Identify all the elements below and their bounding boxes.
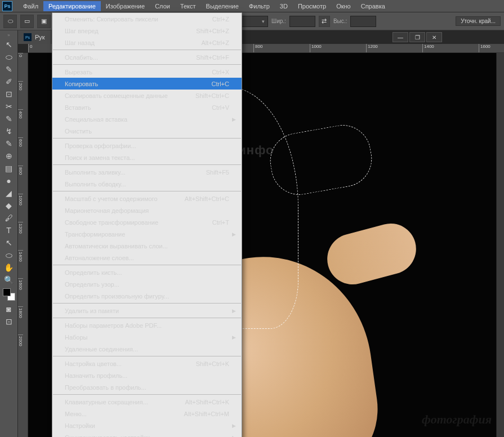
submenu-arrow-icon: ▶	[232, 308, 236, 314]
menu-item-label: Автоналожение слоев...	[65, 255, 134, 261]
selection-add-icon[interactable]: ▣	[37, 15, 51, 28]
menu-item[interactable]: КопироватьCtrl+C	[52, 78, 242, 90]
menu-item[interactable]: ВырезатьCtrl+X	[52, 66, 242, 78]
tool-pen[interactable]: ◆	[1, 199, 17, 212]
menu-item[interactable]: Удаленные соединения...	[52, 343, 242, 355]
tool-shape[interactable]: ↖	[1, 237, 17, 249]
minimize-button[interactable]: —	[393, 32, 408, 42]
foreground-color-swatch[interactable]	[3, 288, 11, 296]
tool-blur[interactable]: ◢	[1, 187, 17, 199]
menu-item-shortcut: Shift+Ctrl+Z	[196, 28, 229, 34]
menu-item[interactable]: ВставитьCtrl+V	[52, 101, 242, 113]
menu-item[interactable]: Назначить профиль...	[52, 369, 242, 381]
menu-item[interactable]: Свободное трансформированиеCtrl+T	[52, 216, 242, 228]
menu-item-label: Выполнить заливку...	[65, 169, 126, 176]
width-input[interactable]	[289, 16, 315, 27]
menu-item-label: Ослабить...	[65, 54, 98, 61]
menu-item[interactable]: Настройка цветов...Shift+Ctrl+K	[52, 358, 242, 369]
menu-separator	[53, 318, 241, 318]
menu-item[interactable]: Очистить	[52, 125, 242, 137]
menu-item[interactable]: Клавиатурные сокращения...Alt+Shift+Ctrl…	[52, 396, 242, 408]
menu-item-label: Свободное трансформирование	[65, 219, 158, 226]
menu-слои[interactable]: Слои	[150, 1, 175, 11]
tool-pencil[interactable]: ✎	[1, 137, 17, 150]
menu-item-label: Масштаб с учетом содержимого	[65, 195, 158, 202]
tool-gradient[interactable]: ▤	[1, 162, 17, 175]
menu-item-label: Преобразовать в профиль...	[65, 384, 146, 391]
menu-item[interactable]: Наборы▶	[52, 331, 242, 343]
menu-редактирование[interactable]: Редактирование	[43, 1, 101, 11]
menu-separator	[53, 303, 241, 304]
menu-item[interactable]: Трансформирование▶	[52, 228, 242, 240]
swap-icon[interactable]: ⇄	[319, 16, 330, 27]
tool-preset-icon[interactable]: ⬭	[3, 15, 17, 28]
height-input[interactable]	[350, 16, 376, 27]
menu-item[interactable]: Шаг назадAlt+Ctrl+Z	[52, 37, 242, 48]
tool-type[interactable]: 🖋	[1, 212, 17, 224]
close-button[interactable]: ✕	[426, 32, 442, 42]
menu-item-label: Меню...	[65, 411, 87, 417]
menu-item-label: Вставить	[65, 104, 91, 111]
menu-справка[interactable]: Справка	[356, 1, 390, 11]
selection-new-icon[interactable]: ▭	[20, 15, 34, 28]
width-label: Шир.:	[271, 18, 286, 24]
menu-item[interactable]: Выполнить заливку...Shift+F5	[52, 166, 242, 178]
quickmask-icon[interactable]: ◙	[1, 303, 17, 315]
toolbox-expand-icon[interactable]: »	[0, 33, 17, 38]
menu-item-label: Наборы параметров Adobe PDF...	[65, 322, 162, 329]
menu-item: Проверка орфографии...	[52, 140, 242, 151]
ruler-vertical[interactable]: 0200400600800100012001400160018002000	[18, 53, 28, 437]
tool-marquee[interactable]: ⬭	[1, 51, 17, 63]
menu-item[interactable]: Специальная вставка▶	[52, 113, 242, 125]
menu-item[interactable]: Отменить: Скопировать пикселиCtrl+Z	[52, 13, 242, 25]
menu-3d[interactable]: 3D	[275, 1, 293, 11]
tool-notes[interactable]: 🔍	[1, 274, 17, 286]
tool-brush[interactable]: ✎	[1, 113, 17, 125]
ruler-tick: 1200	[18, 222, 23, 250]
maximize-button[interactable]: ❐	[409, 32, 425, 42]
tool-dodge[interactable]: ●	[1, 175, 17, 187]
menu-изображение[interactable]: Изображение	[101, 1, 150, 11]
toolbox: » ↖⬭✎✐⊡✂✎↯✎⊕▤●◢◆🖋T↖⬭✋🔍 ◙ ⊡	[0, 30, 18, 437]
submenu-arrow-icon: ▶	[232, 435, 236, 438]
menu-item-label: Трансформирование	[65, 231, 125, 238]
menu-окно[interactable]: Окно	[331, 1, 356, 11]
tool-move[interactable]: ↖	[1, 38, 17, 51]
submenu-arrow-icon: ▶	[232, 335, 236, 340]
tool-zoom[interactable]: ✋	[1, 261, 17, 274]
menu-просмотр[interactable]: Просмотр	[293, 1, 331, 11]
menu-item-shortcut: Shift+F5	[206, 169, 229, 176]
tool-slice[interactable]: ✂	[1, 100, 17, 113]
tool-lasso[interactable]: ✎	[1, 63, 17, 75]
menu-item[interactable]: Удалить из памяти▶	[52, 305, 242, 316]
menu-текст[interactable]: Текст	[175, 1, 201, 11]
menu-item: Марионеточная деформация	[52, 204, 242, 216]
menu-item: Шаг впередShift+Ctrl+Z	[52, 25, 242, 37]
tool-healing[interactable]: ↯	[1, 125, 17, 137]
menu-item-label: Очистить	[65, 128, 92, 135]
menu-item[interactable]: Наборы параметров Adobe PDF...	[52, 319, 242, 331]
menu-item[interactable]: Настройки▶	[52, 420, 242, 431]
menu-item[interactable]: Синхронизировать настройки▶	[52, 431, 242, 437]
scrollbar-vertical[interactable]	[496, 53, 504, 437]
submenu-arrow-icon: ▶	[232, 423, 236, 429]
menu-item[interactable]: Меню...Alt+Shift+Ctrl+M	[52, 408, 242, 420]
refine-edge-button[interactable]: Уточн. край...	[456, 16, 501, 26]
screenmode-icon[interactable]: ⊡	[1, 315, 17, 328]
ruler-tick: 800	[18, 166, 23, 194]
tool-magic-wand[interactable]: ✐	[1, 75, 17, 88]
menu-item[interactable]: Масштаб с учетом содержимогоAlt+Shift+Ct…	[52, 193, 242, 204]
menu-item-label: Удалить из памяти	[65, 307, 119, 314]
tool-path[interactable]: T	[1, 224, 17, 237]
menu-файл[interactable]: Файл	[18, 1, 43, 11]
menu-выделение[interactable]: Выделение	[201, 1, 244, 11]
tool-stamp[interactable]: ⊕	[1, 150, 17, 162]
menu-фильтр[interactable]: Фильтр	[244, 1, 275, 11]
color-swatches[interactable]	[3, 288, 15, 301]
document-tab[interactable]: Ps Рук	[18, 30, 51, 44]
menu-item[interactable]: Определить кисть...	[52, 266, 242, 278]
menu-item[interactable]: Преобразовать в профиль...	[52, 381, 242, 393]
tool-crop[interactable]: ⊡	[1, 88, 17, 100]
tool-hand[interactable]: ⬭	[1, 249, 17, 261]
menu-item[interactable]: Выполнить обводку...	[52, 178, 242, 190]
